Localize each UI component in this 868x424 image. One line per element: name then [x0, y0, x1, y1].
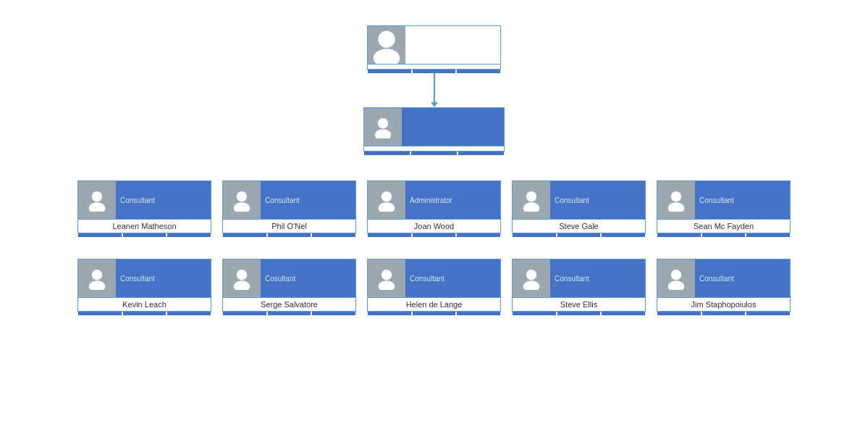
svg-point-20 — [526, 270, 536, 280]
org-chart: Consultant Leanen Matheson Consultant — [0, 0, 868, 330]
info-row2-4: Consultant — [695, 259, 790, 297]
node-row1-0[interactable]: Consultant Leanen Matheson — [77, 180, 211, 237]
avatar-row1-0 — [78, 181, 116, 219]
svg-point-1 — [374, 49, 400, 64]
tabs-row1-0 — [77, 233, 211, 237]
avatar-manager — [364, 108, 402, 146]
tab1 — [368, 70, 411, 73]
tabs-row1-2 — [367, 233, 501, 237]
node-head[interactable] — [367, 25, 501, 73]
svg-point-23 — [668, 280, 684, 290]
role-row1-0: Consultant — [120, 196, 206, 204]
svg-point-7 — [234, 202, 250, 212]
node-row2-3[interactable]: Consultant Steve Ellis — [512, 259, 646, 315]
avatar-row2-4 — [657, 259, 695, 297]
arrow-top-manager — [431, 102, 438, 107]
node-row1-2[interactable]: Administrator Joan Wood — [367, 180, 501, 237]
tabs-row2-2 — [367, 312, 501, 315]
role-row1-4: Consultant — [699, 196, 785, 204]
svg-point-5 — [89, 202, 105, 212]
avatar-head — [368, 26, 405, 64]
node-card-row1-0: Consultant — [77, 180, 211, 220]
avatar-row2-2 — [368, 259, 405, 297]
node-card-row2-2: Consultant — [367, 259, 501, 298]
svg-point-15 — [89, 280, 105, 290]
tabs-row1-3 — [512, 233, 646, 237]
name-bar-row2-0: Kevin Leach — [77, 298, 211, 312]
node-manager[interactable] — [363, 107, 505, 155]
node-row2-4[interactable]: Consultant Jim Staphopoiulos — [657, 259, 791, 315]
name-bar-row1-0: Leanen Matheson — [77, 220, 211, 233]
svg-point-0 — [378, 31, 395, 48]
info-row1-0: Consultant — [116, 181, 211, 219]
tabs-row1-1 — [222, 233, 356, 237]
node-row2-2[interactable]: Consultant Helen de Lange — [367, 259, 501, 315]
svg-point-19 — [379, 280, 395, 290]
info-row1-1: Consultant — [261, 181, 355, 219]
node-card-manager — [363, 107, 505, 146]
name-bar-row1-2: Joan Wood — [367, 220, 501, 233]
svg-point-21 — [523, 280, 539, 290]
info-row2-3: Consultant — [550, 259, 645, 297]
svg-point-10 — [526, 191, 536, 201]
name-bar-row2-2: Helen de Lange — [367, 298, 501, 312]
svg-point-3 — [375, 129, 391, 138]
row-2: Consultant Kevin Leach Cosultant Ser — [0, 259, 868, 315]
role-row1-3: Consultant — [555, 196, 641, 204]
info-row1-3: Consultant — [550, 181, 645, 219]
svg-point-6 — [237, 191, 247, 201]
role-row2-4: Consultant — [699, 275, 785, 283]
node-card-row2-4: Consultant — [657, 259, 791, 298]
node-row1-4[interactable]: Consultant Sean Mc Fayden — [657, 180, 791, 237]
tabs-manager — [363, 151, 505, 155]
role-row2-0: Consultant — [120, 275, 206, 283]
name-bar-head — [367, 65, 501, 70]
role-row2-2: Consultant — [410, 275, 496, 283]
row-1: Consultant Leanen Matheson Consultant — [0, 180, 868, 237]
avatar-row1-2 — [368, 181, 405, 219]
role-row1-2: Administrator — [410, 196, 496, 204]
node-row1-1[interactable]: Consultant Phil O'Nel — [222, 180, 356, 237]
avatar-row2-1 — [223, 259, 261, 297]
info-row2-0: Consultant — [116, 259, 211, 297]
svg-point-13 — [668, 202, 684, 212]
node-row2-0[interactable]: Consultant Kevin Leach — [77, 259, 211, 315]
tabs-row2-0 — [77, 312, 211, 315]
info-head — [405, 26, 500, 64]
svg-point-17 — [234, 280, 250, 290]
avatar-row2-3 — [513, 259, 550, 297]
node-card-row2-3: Consultant — [512, 259, 646, 298]
node-card-row2-1: Cosultant — [222, 259, 356, 298]
info-row1-4: Consultant — [695, 181, 790, 219]
node-row2-1[interactable]: Cosultant Serge Salvatore — [222, 259, 356, 315]
node-card-row2-0: Consultant — [77, 259, 211, 298]
connector-top-manager — [434, 73, 435, 102]
info-manager — [402, 108, 504, 146]
tabs-row2-4 — [657, 312, 791, 315]
role-row1-1: Consultant — [265, 196, 351, 204]
tabs-row2-3 — [512, 312, 646, 315]
tabs-row2-1 — [222, 312, 356, 315]
svg-point-4 — [92, 191, 102, 201]
tab-m1 — [364, 151, 410, 155]
info-row1-2: Administrator — [405, 181, 500, 219]
name-bar-row1-1: Phil O'Nel — [222, 220, 356, 233]
node-card-row1-2: Administrator — [367, 180, 501, 220]
avatar-row2-0 — [78, 259, 116, 297]
node-card-row1-1: Consultant — [222, 180, 356, 220]
svg-point-11 — [523, 202, 539, 212]
svg-point-16 — [237, 270, 247, 280]
tab-m2 — [411, 151, 457, 155]
svg-point-12 — [671, 191, 681, 201]
role-row2-1: Cosultant — [265, 275, 351, 283]
node-row1-3[interactable]: Consultant Steve Gale — [512, 180, 646, 237]
avatar-row1-4 — [657, 181, 695, 219]
tab2 — [413, 70, 456, 73]
svg-point-2 — [378, 118, 388, 128]
svg-point-14 — [92, 270, 102, 280]
avatar-row1-1 — [223, 181, 261, 219]
tab-m3 — [458, 151, 504, 155]
node-card-row1-4: Consultant — [657, 180, 791, 220]
name-bar-row2-1: Serge Salvatore — [222, 298, 356, 312]
svg-point-9 — [379, 202, 395, 212]
